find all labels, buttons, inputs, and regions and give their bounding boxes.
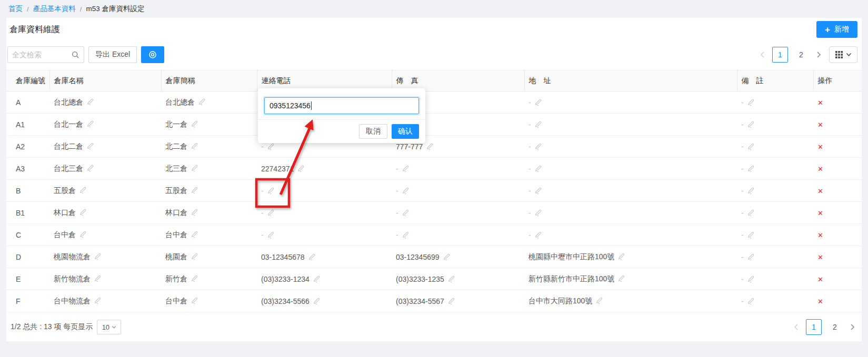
edit-icon[interactable]: [94, 297, 102, 304]
chevron-right-icon: [816, 51, 822, 58]
edit-icon[interactable]: [747, 120, 755, 128]
edit-icon[interactable]: [86, 120, 94, 128]
delete-icon[interactable]: ✕: [817, 121, 823, 129]
edit-icon[interactable]: [534, 209, 542, 217]
edit-icon[interactable]: [191, 142, 198, 150]
edit-icon[interactable]: [191, 120, 198, 128]
edit-icon[interactable]: [297, 165, 305, 172]
delete-icon[interactable]: ✕: [817, 253, 823, 261]
edit-icon[interactable]: [534, 187, 542, 195]
edit-icon[interactable]: [534, 120, 542, 128]
edit-icon[interactable]: [534, 98, 542, 106]
confirm-button[interactable]: 确认: [392, 124, 419, 139]
search-icon[interactable]: [71, 50, 79, 59]
breadcrumb-home-link[interactable]: 首页: [8, 4, 23, 14]
edit-icon[interactable]: [747, 209, 755, 217]
prev-page-button[interactable]: [757, 47, 767, 63]
page-1-button[interactable]: 1: [806, 319, 822, 335]
edit-icon[interactable]: [86, 98, 94, 106]
edit-icon[interactable]: [308, 253, 316, 261]
edit-icon[interactable]: [443, 253, 451, 261]
edit-icon[interactable]: [747, 98, 755, 106]
edit-icon[interactable]: [402, 187, 410, 195]
cell-contact-phone: -: [257, 180, 392, 202]
edit-icon[interactable]: [447, 275, 455, 283]
edit-icon[interactable]: [191, 230, 198, 238]
edit-icon[interactable]: [191, 252, 198, 260]
edit-icon[interactable]: [79, 230, 87, 238]
edit-icon[interactable]: [79, 186, 87, 194]
edit-icon[interactable]: [86, 142, 94, 150]
delete-icon[interactable]: ✕: [817, 143, 823, 151]
page-2-button[interactable]: 2: [827, 319, 843, 335]
edit-icon[interactable]: [79, 208, 87, 216]
edit-icon[interactable]: [94, 252, 102, 260]
edit-icon[interactable]: [747, 253, 755, 261]
edit-icon[interactable]: [747, 165, 755, 172]
cancel-button[interactable]: 取消: [359, 124, 387, 139]
column-target-button[interactable]: [141, 46, 164, 63]
edit-icon[interactable]: [191, 186, 198, 194]
page-size-select[interactable]: 10: [97, 320, 121, 334]
edit-icon[interactable]: [534, 142, 542, 150]
edit-icon[interactable]: [191, 208, 198, 216]
warehouse-code: A2: [16, 142, 25, 151]
edit-icon[interactable]: [617, 252, 625, 260]
warehouse-short-name: 台中倉: [165, 297, 187, 305]
edit-icon[interactable]: [402, 209, 410, 217]
edit-icon[interactable]: [313, 297, 321, 305]
edit-icon[interactable]: [198, 98, 206, 106]
edit-icon[interactable]: [595, 297, 603, 304]
cell-warehouse-short-name: 北二倉: [161, 136, 257, 158]
edit-icon[interactable]: [747, 231, 755, 239]
edit-icon[interactable]: [747, 187, 755, 195]
edit-icon[interactable]: [447, 297, 455, 305]
page-1-button[interactable]: 1: [772, 47, 788, 63]
edit-icon[interactable]: [191, 164, 198, 172]
edit-icon[interactable]: [313, 275, 321, 283]
delete-icon[interactable]: ✕: [817, 165, 823, 173]
edit-icon[interactable]: [191, 274, 198, 282]
warehouse-name: 林口倉: [54, 208, 76, 217]
header-address: 地 址: [524, 70, 737, 91]
delete-icon[interactable]: ✕: [817, 298, 823, 305]
next-page-button[interactable]: [814, 47, 824, 63]
edit-icon[interactable]: [402, 165, 410, 172]
edit-icon[interactable]: [191, 297, 198, 304]
edit-icon[interactable]: [267, 187, 275, 195]
edit-icon[interactable]: [534, 165, 542, 172]
phone-edit-input[interactable]: 0935123456: [264, 97, 419, 114]
search-input[interactable]: [12, 50, 71, 59]
cell-warehouse-code: B1: [6, 202, 49, 224]
delete-icon[interactable]: ✕: [817, 231, 823, 239]
page-2-button[interactable]: 2: [793, 47, 809, 63]
edit-icon[interactable]: [747, 142, 755, 150]
delete-icon[interactable]: ✕: [817, 99, 823, 107]
export-excel-button[interactable]: 导出 Excel: [88, 46, 137, 63]
edit-icon[interactable]: [617, 274, 625, 282]
edit-icon[interactable]: [426, 142, 434, 150]
chevron-left-icon: [760, 51, 765, 58]
breadcrumb-section-link[interactable]: 產品基本資料: [33, 4, 76, 14]
delete-icon[interactable]: ✕: [817, 209, 823, 217]
prev-page-button[interactable]: [791, 319, 801, 335]
phone-edit-value: 0935123456: [270, 101, 311, 110]
edit-icon[interactable]: [747, 297, 755, 305]
delete-icon[interactable]: ✕: [817, 276, 823, 283]
add-button[interactable]: + 新增: [816, 21, 857, 38]
next-page-button[interactable]: [848, 319, 857, 335]
cell-actions: ✕: [813, 136, 862, 158]
edit-icon[interactable]: [267, 142, 275, 150]
warehouse-name: 台北二倉: [54, 142, 83, 150]
delete-icon[interactable]: ✕: [817, 187, 823, 195]
edit-icon[interactable]: [267, 209, 275, 217]
edit-icon[interactable]: [534, 231, 542, 239]
edit-icon[interactable]: [402, 231, 410, 239]
warehouse-code: A1: [16, 120, 25, 129]
edit-icon[interactable]: [267, 231, 275, 239]
cell-warehouse-name: 林口倉: [49, 202, 161, 224]
edit-icon[interactable]: [94, 274, 102, 282]
edit-icon[interactable]: [86, 164, 94, 172]
column-settings-button[interactable]: [829, 46, 857, 63]
edit-icon[interactable]: [747, 275, 755, 283]
